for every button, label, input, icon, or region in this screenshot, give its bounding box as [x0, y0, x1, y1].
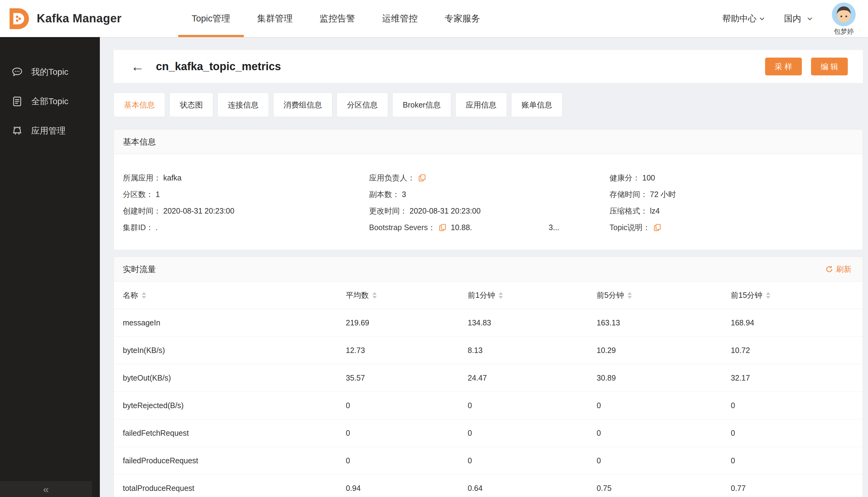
avatar[interactable]: [832, 2, 856, 26]
nav-expert-service[interactable]: 专家服务: [431, 0, 494, 37]
copy-icon[interactable]: [438, 223, 447, 231]
copy-icon[interactable]: [653, 223, 661, 231]
page-body: 我的Topic 全部Topic: [0, 37, 868, 497]
section-title: 实时流量: [123, 264, 156, 275]
tab-app-info[interactable]: 应用信息: [455, 93, 507, 117]
user-name: 包梦婷: [834, 27, 854, 36]
avg-cell: 12.73: [346, 346, 468, 355]
field-partition-count: 分区数： 1: [123, 186, 369, 202]
sidebar-item-label: 应用管理: [31, 125, 66, 137]
field-replica-count: 副本数： 3: [369, 186, 609, 202]
sort-icon[interactable]: [766, 292, 770, 299]
field-create-time: 创建时间： 2020-08-31 20:23:00: [123, 202, 369, 219]
sort-icon[interactable]: [373, 292, 377, 299]
table-row: failedProduceRequest 0 0 0 0: [114, 447, 863, 474]
sample-button[interactable]: 采 样: [765, 58, 802, 75]
column-header-last15min[interactable]: 前15分钟: [731, 290, 863, 300]
table-row: failedFetchRequest 0 0 0 0: [114, 420, 863, 447]
tab-partition-info[interactable]: 分区信息: [337, 93, 388, 117]
sidebar-collapse-button[interactable]: «: [0, 481, 92, 497]
column-header-avg[interactable]: 平均数: [346, 290, 468, 300]
field-modify-time: 更改时间： 2020-08-31 20:23:00: [369, 202, 609, 219]
collapse-left-icon: «: [43, 483, 49, 495]
sort-icon[interactable]: [627, 292, 632, 299]
tab-bill-info[interactable]: 账单信息: [511, 93, 563, 117]
min5-cell: 163.13: [597, 318, 731, 327]
basic-info-grid: 所属应用： kafka 应用负责人： 健康分： 100 分区数： 1: [114, 154, 863, 250]
nav-topic-management[interactable]: Topic管理: [178, 0, 244, 37]
help-center-menu[interactable]: 帮助中心: [722, 13, 766, 25]
field-bootstrap-servers: Bootstrap Severs： 10.88. 3...: [369, 219, 609, 236]
chat-icon: [11, 66, 23, 78]
min15-cell: 0: [731, 429, 863, 438]
table-row: messageIn 219.69 134.83 163.13 168.94: [114, 309, 863, 337]
min5-cell: 0: [597, 456, 731, 465]
edit-button[interactable]: 编 辑: [811, 58, 848, 75]
brand-title: Kafka Manager: [37, 12, 121, 25]
metric-name-cell: failedProduceRequest: [123, 456, 346, 465]
tab-consumer-group-info[interactable]: 消费组信息: [273, 93, 332, 117]
column-header-last1min[interactable]: 前1分钟: [468, 290, 597, 300]
main-nav: Topic管理 集群管理 监控告警 运维管控 专家服务: [178, 0, 494, 37]
avg-cell: 0: [346, 429, 468, 438]
tab-basic-info[interactable]: 基本信息: [114, 93, 165, 117]
app-logo-icon: [7, 8, 29, 30]
table-row: byteRejected(B/s) 0 0 0 0: [114, 392, 863, 420]
chevron-down-icon: [758, 15, 766, 23]
app-icon: [11, 125, 23, 137]
topic-title-card: ← cn_kafka_topic_metrics 采 样 编 辑: [114, 50, 863, 83]
min15-cell: 0.77: [731, 484, 863, 493]
column-header-last5min[interactable]: 前5分钟: [597, 290, 731, 300]
sidebar-item-app-management[interactable]: 应用管理: [0, 116, 100, 145]
min5-cell: 10.29: [597, 346, 731, 355]
min15-cell: 32.17: [731, 373, 863, 382]
min1-cell: 134.83: [468, 318, 597, 327]
field-owning-app: 所属应用： kafka: [123, 169, 369, 186]
sidebar-item-label: 全部Topic: [31, 96, 68, 107]
metric-name-cell: failedFetchRequest: [123, 429, 346, 438]
traffic-table: 名称 平均数 前1分钟 前5分钟: [114, 282, 863, 497]
min1-cell: 24.47: [468, 373, 597, 382]
region-selector[interactable]: 国内: [784, 13, 813, 25]
min1-cell: 0.64: [468, 484, 597, 493]
basic-info-header: 基本信息: [114, 130, 863, 154]
sidebar-item-all-topic[interactable]: 全部Topic: [0, 87, 100, 116]
min15-cell: 0: [731, 401, 863, 410]
sort-icon[interactable]: [498, 292, 503, 299]
user-profile[interactable]: 包梦婷: [832, 2, 856, 36]
column-header-name[interactable]: 名称: [123, 290, 346, 300]
metric-name-cell: totalProduceRequest: [123, 484, 346, 493]
sort-icon[interactable]: [142, 292, 146, 299]
refresh-button[interactable]: 刷新: [825, 264, 852, 274]
copy-icon[interactable]: [418, 174, 426, 182]
field-health-score: 健康分： 100: [609, 169, 863, 186]
tab-status-chart[interactable]: 状态图: [169, 93, 213, 117]
field-cluster-id: 集群ID： .: [123, 219, 369, 236]
min15-cell: 168.94: [731, 318, 863, 327]
tab-connection-info[interactable]: 连接信息: [217, 93, 269, 117]
sidebar: 我的Topic 全部Topic: [0, 37, 100, 497]
table-header-row: 名称 平均数 前1分钟 前5分钟: [114, 282, 863, 309]
metric-name-cell: byteOut(KB/s): [123, 373, 346, 382]
field-topic-description: Topic说明：: [609, 219, 863, 236]
nav-monitor-alert[interactable]: 监控告警: [306, 0, 369, 37]
refresh-icon: [825, 265, 834, 273]
min1-cell: 8.13: [468, 346, 597, 355]
title-actions: 采 样 编 辑: [765, 58, 848, 75]
table-row: byteIn(KB/s) 12.73 8.13 10.29 10.72: [114, 337, 863, 364]
back-arrow-icon[interactable]: ←: [131, 60, 144, 73]
field-compression-format: 压缩格式： lz4: [609, 202, 863, 219]
tab-broker-info[interactable]: Broker信息: [392, 93, 451, 117]
nav-cluster-management[interactable]: 集群管理: [244, 0, 306, 37]
avg-cell: 0: [346, 401, 468, 410]
sidebar-item-my-topic[interactable]: 我的Topic: [0, 57, 100, 87]
avg-cell: 219.69: [346, 318, 468, 327]
table-row: byteOut(KB/s) 35.57 24.47 30.89 32.17: [114, 364, 863, 392]
min5-cell: 0: [597, 401, 731, 410]
min1-cell: 0: [468, 401, 597, 410]
brand[interactable]: Kafka Manager: [7, 0, 121, 37]
nav-ops-control[interactable]: 运维管控: [369, 0, 431, 37]
metric-name-cell: byteIn(KB/s): [123, 346, 346, 355]
min5-cell: 0: [597, 429, 731, 438]
table-row: totalProduceRequest 0.94 0.64 0.75 0.77: [114, 474, 863, 497]
